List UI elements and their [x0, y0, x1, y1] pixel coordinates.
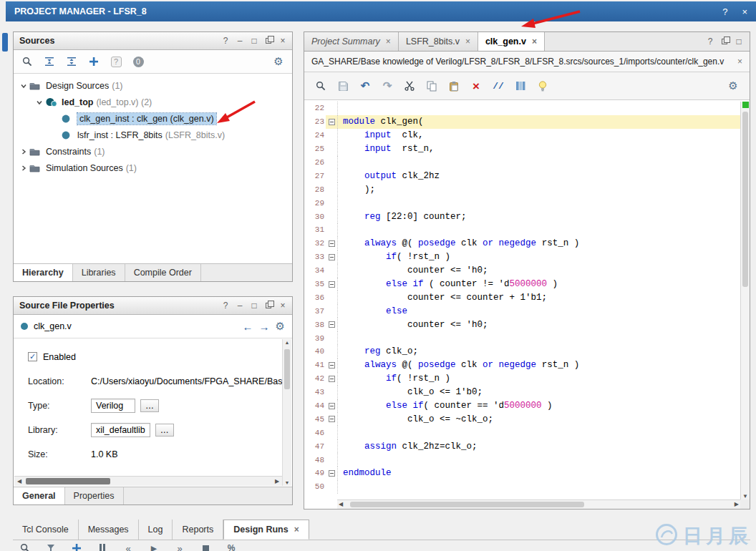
- close-icon[interactable]: ×: [279, 301, 286, 311]
- maximize-icon[interactable]: □: [735, 36, 742, 47]
- lightbulb-icon[interactable]: [536, 79, 549, 92]
- chevron-right-icon[interactable]: [19, 164, 29, 172]
- maximize-icon[interactable]: □: [251, 301, 258, 311]
- copy-icon[interactable]: [425, 79, 438, 92]
- close-icon[interactable]: ×: [742, 6, 747, 17]
- bottom-tab-reports[interactable]: Reports: [173, 520, 223, 540]
- help-box-icon[interactable]: ?: [110, 55, 122, 68]
- cut-icon[interactable]: [403, 79, 416, 92]
- close-tab-icon[interactable]: ×: [465, 36, 470, 47]
- add-icon[interactable]: [87, 55, 100, 68]
- tree-item-design-sources[interactable]: Design Sources (1): [14, 77, 292, 94]
- scroll-right-icon[interactable]: ▶: [272, 477, 282, 486]
- funnel-icon[interactable]: [44, 542, 57, 551]
- editor-tab-clk-gen-v[interactable]: clk_gen.v ×: [478, 32, 545, 51]
- scroll-down-icon[interactable]: ▼: [283, 480, 291, 485]
- scrollbar-thumb[interactable]: [350, 502, 584, 507]
- search-icon[interactable]: [19, 542, 32, 551]
- scroll-down-icon[interactable]: ▼: [741, 493, 750, 499]
- fold-column[interactable]: [326, 237, 338, 250]
- properties-vertical-scrollbar[interactable]: ▲ ▼: [282, 339, 291, 486]
- scroll-left-icon[interactable]: ◀: [339, 501, 343, 507]
- fold-column[interactable]: [326, 318, 338, 331]
- collapse-all-icon[interactable]: [43, 55, 56, 68]
- float-icon[interactable]: [721, 39, 728, 44]
- flow-navigator-collapsed-strip[interactable]: [2, 33, 8, 52]
- library-input[interactable]: xil_defaultlib: [91, 423, 150, 437]
- add-icon[interactable]: [70, 542, 83, 551]
- enabled-checkbox[interactable]: ✓: [28, 352, 37, 361]
- pause-icon[interactable]: [96, 542, 109, 551]
- comment-icon[interactable]: //: [492, 79, 505, 92]
- tab-general[interactable]: General: [14, 487, 65, 504]
- chevron-right-icon[interactable]: [19, 147, 29, 156]
- close-tab-icon[interactable]: ×: [294, 525, 299, 535]
- settings-icon[interactable]: ⚙: [272, 55, 285, 68]
- stop-icon[interactable]: [199, 542, 212, 551]
- undo-icon[interactable]: ↶: [359, 79, 372, 92]
- search-icon[interactable]: [314, 79, 327, 92]
- tree-item-lsfr-inst-lsfr-8bits[interactable]: lsfr_inst : LSFR_8bits (LSFR_8bits.v): [14, 127, 292, 143]
- help-icon[interactable]: ?: [707, 36, 714, 47]
- expand-all-icon[interactable]: [65, 55, 78, 68]
- close-path-icon[interactable]: ×: [737, 57, 742, 67]
- search-icon[interactable]: [21, 55, 34, 68]
- float-icon[interactable]: [265, 303, 272, 308]
- scroll-left-icon[interactable]: ◀: [14, 477, 24, 486]
- fold-column[interactable]: [326, 250, 338, 264]
- ellipsis-button[interactable]: …: [140, 399, 159, 412]
- back-icon[interactable]: ←: [243, 321, 253, 333]
- help-icon[interactable]: ?: [222, 301, 229, 311]
- minimize-icon[interactable]: –: [236, 36, 243, 46]
- tree-item-simulation-sources[interactable]: Simulation Sources (1): [14, 160, 292, 176]
- fold-column[interactable]: [326, 359, 338, 372]
- step-back-icon[interactable]: «: [122, 542, 135, 551]
- settings-icon[interactable]: ⚙: [276, 320, 285, 333]
- redo-icon[interactable]: ↷: [381, 79, 394, 92]
- paste-icon[interactable]: [447, 79, 460, 92]
- scrollbar-thumb[interactable]: [284, 349, 290, 389]
- editor-tab-project-summary[interactable]: Project Summary ×: [304, 32, 399, 51]
- bottom-tab-log[interactable]: Log: [139, 520, 173, 540]
- tab-libraries[interactable]: Libraries: [73, 264, 125, 281]
- fold-column[interactable]: [326, 115, 338, 129]
- tab-properties[interactable]: Properties: [65, 487, 124, 504]
- close-tab-icon[interactable]: ×: [386, 36, 391, 47]
- scrollbar-thumb[interactable]: [26, 478, 110, 484]
- editor-horizontal-scrollbar[interactable]: ◀ ▶: [337, 499, 740, 509]
- help-icon[interactable]: ?: [722, 6, 727, 17]
- scroll-right-icon[interactable]: ▶: [735, 501, 739, 507]
- tree-item-led-top[interactable]: led_top (led_top.v) (2): [14, 94, 292, 110]
- bottom-tab-design-runs[interactable]: Design Runs ×: [223, 520, 309, 540]
- bottom-tab-tcl-console[interactable]: Tcl Console: [13, 520, 79, 540]
- editor-tab-lsfr-8bits-v[interactable]: LSFR_8bits.v ×: [399, 32, 478, 51]
- scroll-up-icon[interactable]: ▲: [283, 340, 291, 345]
- close-icon[interactable]: ×: [279, 36, 286, 46]
- fold-column[interactable]: [326, 412, 338, 426]
- percent-icon[interactable]: %: [225, 542, 238, 551]
- step-forward-icon[interactable]: »: [173, 542, 186, 551]
- fold-column[interactable]: [326, 372, 338, 386]
- forward-icon[interactable]: →: [259, 321, 270, 333]
- tab-hierarchy[interactable]: Hierarchy: [14, 264, 73, 281]
- fold-column[interactable]: [326, 467, 338, 480]
- play-icon[interactable]: ▶: [147, 542, 160, 551]
- maximize-icon[interactable]: □: [251, 36, 258, 46]
- help-icon[interactable]: ?: [222, 36, 229, 46]
- code-editor[interactable]: 22 23 module clk_gen( 24 input clk, 25 i…: [304, 102, 740, 499]
- close-tab-icon[interactable]: ×: [532, 36, 537, 47]
- columns-icon[interactable]: [514, 79, 527, 92]
- fold-column[interactable]: [326, 278, 338, 291]
- save-icon[interactable]: [336, 79, 349, 92]
- tree-item-constraints[interactable]: Constraints (1): [14, 143, 292, 160]
- chevron-down-icon[interactable]: [35, 98, 45, 107]
- settings-icon[interactable]: ⚙: [727, 79, 740, 92]
- fold-column[interactable]: [326, 399, 338, 413]
- ellipsis-button[interactable]: …: [155, 424, 174, 437]
- editor-vertical-scrollbar[interactable]: ▼: [740, 102, 750, 499]
- type-input[interactable]: Verilog: [91, 399, 135, 413]
- tree-item-clk-gen-inst-clk-gen-clk-gen-v[interactable]: clk_gen_inst : clk_gen (clk_gen.v): [14, 110, 292, 127]
- properties-horizontal-scrollbar[interactable]: ◀ ▶: [14, 476, 282, 486]
- scrollbar-thumb[interactable]: [742, 112, 748, 287]
- delete-icon[interactable]: ×: [470, 79, 483, 92]
